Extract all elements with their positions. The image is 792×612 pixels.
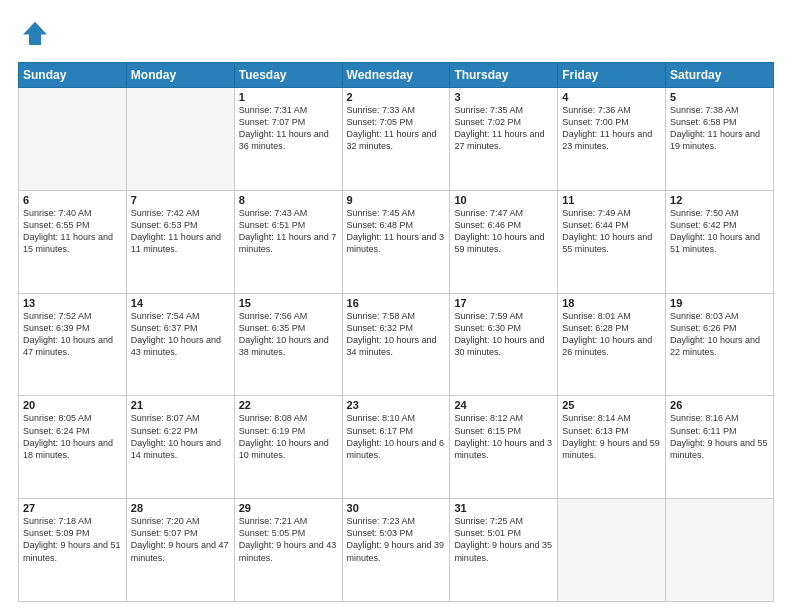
day-number: 10 (454, 194, 553, 206)
calendar-day-cell: 20Sunrise: 8:05 AM Sunset: 6:24 PM Dayli… (19, 396, 127, 499)
day-number: 7 (131, 194, 230, 206)
day-number: 29 (239, 502, 338, 514)
calendar-day-cell: 4Sunrise: 7:36 AM Sunset: 7:00 PM Daylig… (558, 88, 666, 191)
calendar-day-cell: 16Sunrise: 7:58 AM Sunset: 6:32 PM Dayli… (342, 293, 450, 396)
calendar-day-cell: 1Sunrise: 7:31 AM Sunset: 7:07 PM Daylig… (234, 88, 342, 191)
calendar-day-cell: 7Sunrise: 7:42 AM Sunset: 6:53 PM Daylig… (126, 190, 234, 293)
day-info: Sunrise: 7:40 AM Sunset: 6:55 PM Dayligh… (23, 207, 122, 256)
day-info: Sunrise: 7:35 AM Sunset: 7:02 PM Dayligh… (454, 104, 553, 153)
day-number: 31 (454, 502, 553, 514)
logo (18, 18, 54, 52)
weekday-header: Wednesday (342, 63, 450, 88)
calendar-day-cell: 18Sunrise: 8:01 AM Sunset: 6:28 PM Dayli… (558, 293, 666, 396)
calendar-day-cell: 3Sunrise: 7:35 AM Sunset: 7:02 PM Daylig… (450, 88, 558, 191)
calendar-empty-cell (19, 88, 127, 191)
day-info: Sunrise: 7:25 AM Sunset: 5:01 PM Dayligh… (454, 515, 553, 564)
day-info: Sunrise: 7:33 AM Sunset: 7:05 PM Dayligh… (347, 104, 446, 153)
calendar-day-cell: 17Sunrise: 7:59 AM Sunset: 6:30 PM Dayli… (450, 293, 558, 396)
day-number: 11 (562, 194, 661, 206)
calendar-empty-cell (666, 499, 774, 602)
calendar-day-cell: 23Sunrise: 8:10 AM Sunset: 6:17 PM Dayli… (342, 396, 450, 499)
day-number: 27 (23, 502, 122, 514)
day-info: Sunrise: 7:52 AM Sunset: 6:39 PM Dayligh… (23, 310, 122, 359)
weekday-header: Tuesday (234, 63, 342, 88)
day-info: Sunrise: 7:50 AM Sunset: 6:42 PM Dayligh… (670, 207, 769, 256)
calendar-day-cell: 27Sunrise: 7:18 AM Sunset: 5:09 PM Dayli… (19, 499, 127, 602)
calendar-empty-cell (126, 88, 234, 191)
day-info: Sunrise: 7:18 AM Sunset: 5:09 PM Dayligh… (23, 515, 122, 564)
calendar-day-cell: 26Sunrise: 8:16 AM Sunset: 6:11 PM Dayli… (666, 396, 774, 499)
day-number: 26 (670, 399, 769, 411)
day-info: Sunrise: 8:14 AM Sunset: 6:13 PM Dayligh… (562, 412, 661, 461)
calendar-day-cell: 19Sunrise: 8:03 AM Sunset: 6:26 PM Dayli… (666, 293, 774, 396)
day-info: Sunrise: 7:59 AM Sunset: 6:30 PM Dayligh… (454, 310, 553, 359)
day-number: 28 (131, 502, 230, 514)
calendar-day-cell: 6Sunrise: 7:40 AM Sunset: 6:55 PM Daylig… (19, 190, 127, 293)
day-number: 3 (454, 91, 553, 103)
calendar-empty-cell (558, 499, 666, 602)
day-info: Sunrise: 7:38 AM Sunset: 6:58 PM Dayligh… (670, 104, 769, 153)
calendar-day-cell: 30Sunrise: 7:23 AM Sunset: 5:03 PM Dayli… (342, 499, 450, 602)
calendar-day-cell: 9Sunrise: 7:45 AM Sunset: 6:48 PM Daylig… (342, 190, 450, 293)
calendar-day-cell: 10Sunrise: 7:47 AM Sunset: 6:46 PM Dayli… (450, 190, 558, 293)
day-number: 18 (562, 297, 661, 309)
day-number: 9 (347, 194, 446, 206)
day-info: Sunrise: 8:03 AM Sunset: 6:26 PM Dayligh… (670, 310, 769, 359)
day-info: Sunrise: 7:54 AM Sunset: 6:37 PM Dayligh… (131, 310, 230, 359)
day-number: 16 (347, 297, 446, 309)
day-number: 15 (239, 297, 338, 309)
calendar-day-cell: 8Sunrise: 7:43 AM Sunset: 6:51 PM Daylig… (234, 190, 342, 293)
day-info: Sunrise: 7:31 AM Sunset: 7:07 PM Dayligh… (239, 104, 338, 153)
calendar-day-cell: 2Sunrise: 7:33 AM Sunset: 7:05 PM Daylig… (342, 88, 450, 191)
day-info: Sunrise: 8:05 AM Sunset: 6:24 PM Dayligh… (23, 412, 122, 461)
day-number: 19 (670, 297, 769, 309)
weekday-header: Thursday (450, 63, 558, 88)
day-info: Sunrise: 8:07 AM Sunset: 6:22 PM Dayligh… (131, 412, 230, 461)
calendar-day-cell: 21Sunrise: 8:07 AM Sunset: 6:22 PM Dayli… (126, 396, 234, 499)
day-info: Sunrise: 7:45 AM Sunset: 6:48 PM Dayligh… (347, 207, 446, 256)
calendar-week-row: 20Sunrise: 8:05 AM Sunset: 6:24 PM Dayli… (19, 396, 774, 499)
weekday-header: Saturday (666, 63, 774, 88)
calendar-day-cell: 5Sunrise: 7:38 AM Sunset: 6:58 PM Daylig… (666, 88, 774, 191)
calendar-day-cell: 13Sunrise: 7:52 AM Sunset: 6:39 PM Dayli… (19, 293, 127, 396)
day-number: 12 (670, 194, 769, 206)
calendar-day-cell: 29Sunrise: 7:21 AM Sunset: 5:05 PM Dayli… (234, 499, 342, 602)
day-number: 23 (347, 399, 446, 411)
calendar-day-cell: 12Sunrise: 7:50 AM Sunset: 6:42 PM Dayli… (666, 190, 774, 293)
day-number: 14 (131, 297, 230, 309)
weekday-header: Monday (126, 63, 234, 88)
calendar-day-cell: 28Sunrise: 7:20 AM Sunset: 5:07 PM Dayli… (126, 499, 234, 602)
header (18, 18, 774, 52)
day-number: 25 (562, 399, 661, 411)
calendar-table: SundayMondayTuesdayWednesdayThursdayFrid… (18, 62, 774, 602)
calendar-day-cell: 31Sunrise: 7:25 AM Sunset: 5:01 PM Dayli… (450, 499, 558, 602)
calendar-day-cell: 14Sunrise: 7:54 AM Sunset: 6:37 PM Dayli… (126, 293, 234, 396)
day-number: 21 (131, 399, 230, 411)
logo-icon (20, 18, 50, 48)
calendar-day-cell: 22Sunrise: 8:08 AM Sunset: 6:19 PM Dayli… (234, 396, 342, 499)
svg-marker-1 (23, 22, 47, 45)
day-number: 5 (670, 91, 769, 103)
calendar-week-row: 1Sunrise: 7:31 AM Sunset: 7:07 PM Daylig… (19, 88, 774, 191)
day-info: Sunrise: 8:08 AM Sunset: 6:19 PM Dayligh… (239, 412, 338, 461)
day-number: 17 (454, 297, 553, 309)
calendar-day-cell: 15Sunrise: 7:56 AM Sunset: 6:35 PM Dayli… (234, 293, 342, 396)
day-info: Sunrise: 7:43 AM Sunset: 6:51 PM Dayligh… (239, 207, 338, 256)
calendar-day-cell: 11Sunrise: 7:49 AM Sunset: 6:44 PM Dayli… (558, 190, 666, 293)
day-info: Sunrise: 8:12 AM Sunset: 6:15 PM Dayligh… (454, 412, 553, 461)
day-number: 4 (562, 91, 661, 103)
day-number: 13 (23, 297, 122, 309)
day-info: Sunrise: 7:21 AM Sunset: 5:05 PM Dayligh… (239, 515, 338, 564)
calendar-day-cell: 24Sunrise: 8:12 AM Sunset: 6:15 PM Dayli… (450, 396, 558, 499)
day-info: Sunrise: 7:20 AM Sunset: 5:07 PM Dayligh… (131, 515, 230, 564)
day-info: Sunrise: 8:16 AM Sunset: 6:11 PM Dayligh… (670, 412, 769, 461)
day-info: Sunrise: 8:01 AM Sunset: 6:28 PM Dayligh… (562, 310, 661, 359)
calendar-header-row: SundayMondayTuesdayWednesdayThursdayFrid… (19, 63, 774, 88)
weekday-header: Friday (558, 63, 666, 88)
day-info: Sunrise: 7:49 AM Sunset: 6:44 PM Dayligh… (562, 207, 661, 256)
day-info: Sunrise: 7:23 AM Sunset: 5:03 PM Dayligh… (347, 515, 446, 564)
day-number: 30 (347, 502, 446, 514)
day-info: Sunrise: 7:56 AM Sunset: 6:35 PM Dayligh… (239, 310, 338, 359)
day-info: Sunrise: 7:47 AM Sunset: 6:46 PM Dayligh… (454, 207, 553, 256)
day-number: 22 (239, 399, 338, 411)
